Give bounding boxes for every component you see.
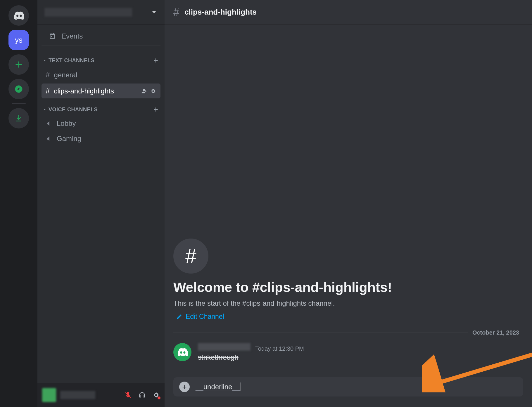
welcome-title: Welcome to #clips-and-highlights! xyxy=(173,279,523,295)
date-divider: October 21, 2023 xyxy=(173,329,523,336)
channel-label: Lobby xyxy=(57,119,76,128)
attach-button[interactable]: + xyxy=(179,382,190,392)
settings-gear-icon[interactable] xyxy=(152,391,160,399)
channel-title: clips-and-highlights xyxy=(184,8,257,17)
channel-header: # clips-and-highlights xyxy=(165,0,532,25)
mic-muted-icon[interactable] xyxy=(124,391,132,399)
markdown-prefix: __ xyxy=(196,383,203,391)
gear-icon[interactable] xyxy=(150,88,156,94)
speaker-icon xyxy=(46,120,53,127)
rail-separator xyxy=(12,103,26,104)
download-apps-button[interactable] xyxy=(8,108,29,128)
discord-logo-icon xyxy=(13,11,24,20)
server-initials: ys xyxy=(15,36,23,45)
hash-icon: # xyxy=(173,6,179,18)
welcome-block: # Welcome to #clips-and-highlights! This… xyxy=(173,239,523,377)
welcome-hash-icon: # xyxy=(173,239,208,274)
server-name-redacted xyxy=(44,8,132,17)
download-icon xyxy=(15,114,23,122)
edit-channel-label: Edit Channel xyxy=(186,313,224,321)
channel-label: general xyxy=(54,71,77,79)
server-icon-selected[interactable]: ys xyxy=(8,30,29,50)
divider-date: October 21, 2023 xyxy=(472,329,519,336)
channel-general[interactable]: # general xyxy=(42,67,160,82)
voice-channels-category[interactable]: VOICE CHANNELS + xyxy=(37,99,165,116)
divider-line xyxy=(173,333,468,333)
text-channels-category[interactable]: TEXT CHANNELS + xyxy=(37,50,165,67)
discord-home-button[interactable] xyxy=(8,5,29,26)
channel-label: Gaming xyxy=(57,135,81,143)
channel-clips-and-highlights[interactable]: # clips-and-highlights xyxy=(42,84,160,98)
plus-icon xyxy=(15,60,23,69)
speaker-icon xyxy=(46,135,53,142)
markdown-suffix: __ xyxy=(232,383,240,391)
hash-icon: # xyxy=(46,86,50,95)
welcome-subtitle: This is the start of the #clips-and-high… xyxy=(173,299,523,307)
message-body: strikethrough xyxy=(198,353,304,361)
composer-wrap: + __underline__ xyxy=(165,377,532,407)
user-avatar-redacted[interactable] xyxy=(42,388,56,402)
text-caret xyxy=(241,382,241,391)
message-author-redacted[interactable] xyxy=(198,343,251,351)
hash-icon: # xyxy=(46,70,50,79)
chevron-down-icon xyxy=(151,9,158,16)
headphones-icon[interactable] xyxy=(138,391,146,399)
voice-channels-label: VOICE CHANNELS xyxy=(49,107,98,113)
pencil-icon xyxy=(176,314,182,320)
channels-sidebar: Events TEXT CHANNELS + # general # clips… xyxy=(37,0,165,407)
invite-icon[interactable] xyxy=(141,88,147,94)
composer-text: underline xyxy=(203,383,232,391)
add-text-channel-button[interactable]: + xyxy=(153,56,158,65)
message-composer[interactable]: + __underline__ xyxy=(173,377,523,396)
channel-label: clips-and-highlights xyxy=(54,87,114,95)
user-name-redacted xyxy=(60,391,95,399)
add-server-button[interactable] xyxy=(8,54,29,75)
main-content: # clips-and-highlights # Welcome to #cli… xyxy=(165,0,532,407)
server-header[interactable] xyxy=(37,0,165,25)
edit-channel-link[interactable]: Edit Channel xyxy=(173,313,523,321)
voice-channel-lobby[interactable]: Lobby xyxy=(42,116,160,131)
voice-channel-gaming[interactable]: Gaming xyxy=(42,132,160,146)
message-avatar[interactable] xyxy=(173,343,191,361)
user-panel xyxy=(37,383,165,407)
events-label: Events xyxy=(61,32,83,40)
calendar-icon xyxy=(49,32,56,40)
server-rail: ys xyxy=(0,0,37,407)
add-voice-channel-button[interactable]: + xyxy=(153,105,158,114)
messages-area: # Welcome to #clips-and-highlights! This… xyxy=(165,25,532,377)
explore-button[interactable] xyxy=(8,79,29,99)
events-link[interactable]: Events xyxy=(42,27,160,46)
message-timestamp: Today at 12:30 PM xyxy=(255,345,304,352)
chevron-down-icon xyxy=(43,107,47,112)
chevron-down-icon xyxy=(43,58,47,62)
message-item: Today at 12:30 PM strikethrough xyxy=(173,343,523,370)
compass-icon xyxy=(14,85,23,93)
composer-input[interactable]: __underline__ xyxy=(196,382,241,391)
text-channels-label: TEXT CHANNELS xyxy=(49,58,95,64)
